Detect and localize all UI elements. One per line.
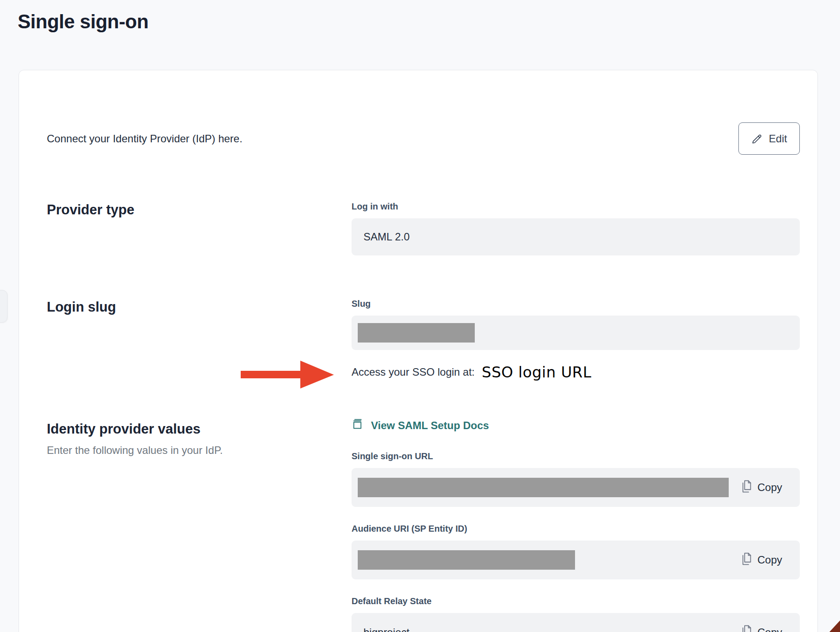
slug-redaction-bar [358, 323, 475, 343]
left-drawer-handle[interactable] [0, 290, 8, 323]
edit-button-label: Edit [769, 133, 787, 145]
red-arrow-annotation [241, 358, 335, 393]
copy-sso-url-button[interactable]: Copy [741, 480, 782, 495]
copy-icon [741, 480, 752, 495]
saml-docs-link-label: View SAML Setup Docs [371, 419, 489, 432]
saml-docs-link[interactable]: View SAML Setup Docs [352, 418, 800, 433]
audience-uri-label: Audience URI (SP Entity ID) [352, 524, 800, 534]
intro-text: Connect your Identity Provider (IdP) her… [47, 133, 242, 145]
relay-state-field: Default Relay State bigproject Copy [352, 596, 800, 632]
audience-uri-redaction-bar [358, 550, 575, 570]
login-with-label: Log in with [352, 202, 800, 212]
sso-access-row: Access your SSO login at: SSO login URL [352, 363, 800, 381]
journal-icon [352, 418, 363, 433]
idp-values-subheading: Enter the following values in your IdP. [47, 444, 352, 457]
provider-type-value: SAML 2.0 [352, 218, 800, 255]
sso-url-redaction-bar [358, 478, 729, 497]
provider-type-section: Provider type Log in with SAML 2.0 [47, 202, 800, 255]
edit-button[interactable]: Edit [738, 122, 800, 155]
copy-icon [741, 552, 752, 568]
provider-type-heading: Provider type [47, 202, 352, 218]
sso-settings-card: Connect your Identity Provider (IdP) her… [19, 70, 818, 632]
login-slug-section: Login slug Slug Access your SSO login at… [47, 299, 800, 381]
sso-url-field: Single sign-on URL Copy [352, 451, 800, 507]
sso-url-label: Single sign-on URL [352, 451, 800, 461]
copy-icon [741, 625, 752, 632]
copy-relay-state-button[interactable]: Copy [741, 625, 782, 632]
copy-button-label: Copy [757, 554, 782, 566]
sso-url-value: Copy [352, 468, 800, 507]
relay-state-value: bigproject Copy [352, 613, 800, 632]
relay-state-value-text: bigproject [363, 626, 409, 632]
slug-value [352, 316, 800, 350]
sso-login-url-annotation[interactable]: SSO login URL [482, 363, 591, 381]
corner-artifact [829, 621, 840, 632]
copy-button-label: Copy [757, 481, 782, 494]
page-title: Single sign-on [18, 11, 840, 33]
slug-label: Slug [352, 299, 800, 309]
relay-state-label: Default Relay State [352, 596, 800, 606]
audience-uri-value: Copy [352, 541, 800, 579]
intro-row: Connect your Identity Provider (IdP) her… [47, 122, 800, 155]
login-slug-heading: Login slug [47, 299, 352, 315]
pencil-icon [751, 133, 763, 145]
copy-button-label: Copy [757, 626, 782, 632]
copy-audience-uri-button[interactable]: Copy [741, 552, 782, 568]
provider-type-value-text: SAML 2.0 [363, 231, 410, 243]
audience-uri-field: Audience URI (SP Entity ID) Copy [352, 524, 800, 579]
access-prefix-text: Access your SSO login at: [352, 366, 475, 378]
idp-values-heading: Identity provider values [47, 421, 352, 437]
idp-values-section: Identity provider values Enter the follo… [47, 421, 800, 632]
